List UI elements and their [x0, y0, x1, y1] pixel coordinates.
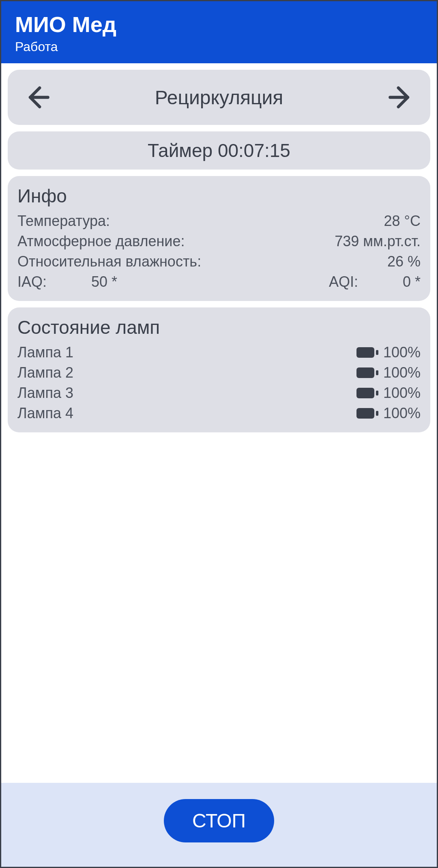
lamp-percent: 100%: [383, 385, 421, 402]
lamp-row: Лампа 2 100%: [17, 364, 421, 381]
info-row-humidity: Относительная влажность: 26 %: [17, 253, 421, 270]
app-title: МИО Мед: [15, 12, 423, 37]
app-header: МИО Мед Работа: [1, 1, 437, 63]
next-mode-button[interactable]: [386, 81, 418, 114]
info-row-temperature: Температура: 28 °C: [17, 213, 421, 230]
lamp-row: Лампа 1 100%: [17, 344, 421, 361]
info-label: Атмосферное давление:: [17, 233, 185, 250]
battery-icon: [356, 347, 376, 358]
lamp-status-panel: Состояние ламп Лампа 1 100% Лампа 2 100%…: [8, 307, 430, 432]
info-label: Относительная влажность:: [17, 253, 201, 270]
arrow-right-icon: [388, 83, 416, 112]
lamp-percent: 100%: [383, 364, 421, 381]
lamp-name: Лампа 4: [17, 405, 73, 422]
stop-button[interactable]: СТОП: [164, 799, 274, 842]
mode-label: Рециркуляция: [155, 86, 283, 109]
footer-bar: СТОП: [1, 783, 437, 867]
info-value: 26 %: [387, 253, 421, 270]
lamp-percent: 100%: [383, 405, 421, 422]
info-label: Температура:: [17, 213, 110, 230]
prev-mode-button[interactable]: [20, 81, 52, 114]
battery-icon: [356, 367, 376, 378]
lamp-title: Состояние ламп: [17, 316, 421, 338]
arrow-left-icon: [22, 83, 50, 112]
mode-selector: Рециркуляция: [8, 70, 430, 125]
battery-icon: [356, 388, 376, 398]
lamp-name: Лампа 1: [17, 344, 73, 361]
info-value: 28 °C: [384, 213, 421, 230]
iaq-value: 50 *: [91, 273, 117, 290]
info-panel: Инфо Температура: 28 °C Атмосферное давл…: [8, 176, 430, 301]
info-value: 739 мм.рт.ст.: [335, 233, 421, 250]
timer-display: Таймер 00:07:15: [8, 131, 430, 170]
info-title: Инфо: [17, 185, 421, 207]
battery-icon: [356, 408, 376, 419]
info-row-air-quality: IAQ: 50 * AQI: 0 *: [17, 273, 421, 290]
info-row-pressure: Атмосферное давление: 739 мм.рт.ст.: [17, 233, 421, 250]
lamp-name: Лампа 2: [17, 364, 73, 381]
app-subtitle: Работа: [15, 39, 423, 54]
lamp-name: Лампа 3: [17, 385, 73, 402]
lamp-row: Лампа 4 100%: [17, 405, 421, 422]
lamp-row: Лампа 3 100%: [17, 385, 421, 402]
aqi-value: 0 *: [403, 273, 421, 290]
lamp-percent: 100%: [383, 344, 421, 361]
aqi-label: AQI:: [329, 273, 358, 290]
timer-text: Таймер 00:07:15: [148, 140, 290, 161]
iaq-label: IAQ:: [17, 273, 47, 290]
